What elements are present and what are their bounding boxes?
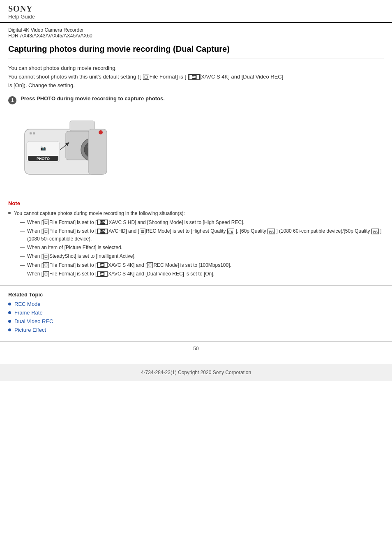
dash-icon-4: — xyxy=(20,252,25,260)
note-sub-item-5: — When [◫File Format] is set to [█4K█XAV… xyxy=(20,261,384,269)
dash-icon: — xyxy=(20,219,25,227)
page-number: 50 xyxy=(0,342,392,356)
note-sub-item-1: — When [◫File Format] is set to [█HD█XAV… xyxy=(20,219,384,227)
menu-icon-5b: ◫ xyxy=(147,262,153,268)
related-section: Related Topic REC Mode Frame Rate Dual V… xyxy=(0,286,392,342)
related-link-picture-effect[interactable]: Picture Effect xyxy=(14,327,46,333)
svg-text:📷: 📷 xyxy=(40,145,46,151)
4k-icon-3: █4K█ xyxy=(97,271,108,277)
note-sub-text-3: When an item of [Picture Effect] is sele… xyxy=(27,244,122,252)
svg-rect-12 xyxy=(30,132,32,134)
svg-rect-13 xyxy=(33,132,35,134)
sony-logo: SONY xyxy=(8,4,384,14)
note-sub-item-4: — When [◫SteadyShot] is set to [Intellig… xyxy=(20,252,384,260)
related-item-frame-rate[interactable]: Frame Rate xyxy=(8,310,384,316)
menu-icon-2: ◫ xyxy=(43,229,49,234)
main-content: Capturing photos during movie recording … xyxy=(0,40,392,195)
step1-container: 1 Press PHOTO during movie recording to … xyxy=(8,95,384,104)
step-number-1: 1 xyxy=(8,96,16,104)
4k-icon-2: █4K█ xyxy=(97,262,108,268)
note-section: Note You cannot capture photos during mo… xyxy=(0,195,392,286)
note-sub-text-5: When [◫File Format] is set to [█4K█XAVC … xyxy=(27,261,231,269)
note-sub-text-1: When [◫File Format] is set to [█HD█XAVC … xyxy=(27,219,244,227)
note-main-text: You cannot capture photos during movie r… xyxy=(14,210,384,279)
related-link-dual-video[interactable]: Dual Video REC xyxy=(14,318,53,324)
menu-icon-2b: ◫ xyxy=(140,229,145,234)
menu-icon-1: ◫ xyxy=(43,220,49,225)
dash-icon-6: — xyxy=(20,270,25,278)
step1-text: Press PHOTO during movie recording to ca… xyxy=(21,95,165,102)
dash-icon-3: — xyxy=(20,244,25,252)
4k-icon: █4K█ xyxy=(188,74,201,80)
related-dot-3 xyxy=(8,320,11,323)
note-sub-item-6: — When [◫File Format] is set to [█4K█XAV… xyxy=(20,270,384,278)
footer: 4-734-284-23(1) Copyright 2020 Sony Corp… xyxy=(0,364,392,381)
intro-line1: You can shoot photos during movie record… xyxy=(8,64,384,73)
product-info: Digital 4K Video Camera Recorder FDR-AX4… xyxy=(0,23,392,40)
related-link-rec-mode[interactable]: REC Mode xyxy=(14,301,41,307)
note-sub-text-2: When [◫File Format] is set to [█HD█AVCHD… xyxy=(27,227,384,243)
note-title: Note xyxy=(8,200,384,206)
shd-icon: █HD█ xyxy=(97,220,108,225)
product-model: FDR-AX43/AX43A/AX45/AX45A/AX60 xyxy=(8,33,384,39)
help-guide-label: Help Guide xyxy=(8,14,384,20)
related-link-frame-rate[interactable]: Frame Rate xyxy=(14,310,43,316)
camera-svg: 📷 PHOTO xyxy=(21,109,127,183)
svg-text:PHOTO: PHOTO xyxy=(37,157,50,161)
intro-line2: You cannot shoot photos with this unit's… xyxy=(8,73,384,90)
svg-point-14 xyxy=(99,130,103,134)
camera-image: 📷 PHOTO xyxy=(21,109,127,183)
file-format-icon: ◫ xyxy=(143,74,149,80)
avchd-icon: █HD█ xyxy=(97,229,108,234)
fx-badge: FX xyxy=(227,229,235,234)
page-title: Capturing photos during movie recording … xyxy=(8,44,384,58)
note-sub-list: — When [◫File Format] is set to [█HD█XAV… xyxy=(20,219,384,278)
note-bullet-dot xyxy=(8,212,11,214)
related-dot-2 xyxy=(8,311,11,314)
ps-badge-2: PS xyxy=(371,229,379,234)
ps-badge-1: PS xyxy=(267,229,275,234)
related-item-dual-video[interactable]: Dual Video REC xyxy=(8,318,384,324)
note-sub-text-4: When [◫SteadyShot] is set to [Intelligen… xyxy=(27,252,136,260)
intro-text: You can shoot photos during movie record… xyxy=(8,64,384,90)
menu-icon-6: ◫ xyxy=(43,271,49,277)
related-title: Related Topic xyxy=(8,291,384,298)
related-item-rec-mode[interactable]: REC Mode xyxy=(8,301,384,307)
menu-icon-5: ◫ xyxy=(43,262,49,268)
copyright-text: 4-734-284-23(1) Copyright 2020 Sony Corp… xyxy=(141,370,251,375)
note-sub-text-6: When [◫File Format] is set to [█4K█XAVC … xyxy=(27,270,214,278)
dash-icon-2: — xyxy=(20,227,25,235)
related-item-picture-effect[interactable]: Picture Effect xyxy=(8,327,384,333)
note-sub-item-2: — When [◫File Format] is set to [█HD█AVC… xyxy=(20,227,384,243)
dash-icon-5: — xyxy=(20,261,25,269)
note-main-bullet: You cannot capture photos during movie r… xyxy=(8,210,384,279)
svg-rect-6 xyxy=(88,129,107,174)
header: SONY Help Guide xyxy=(0,0,392,23)
note-sub-item-3: — When an item of [Picture Effect] is se… xyxy=(20,244,384,252)
product-line: Digital 4K Video Camera Recorder xyxy=(8,27,384,33)
related-dot-1 xyxy=(8,303,11,305)
menu-icon-4: ◫ xyxy=(43,254,49,259)
related-dot-4 xyxy=(8,328,11,331)
